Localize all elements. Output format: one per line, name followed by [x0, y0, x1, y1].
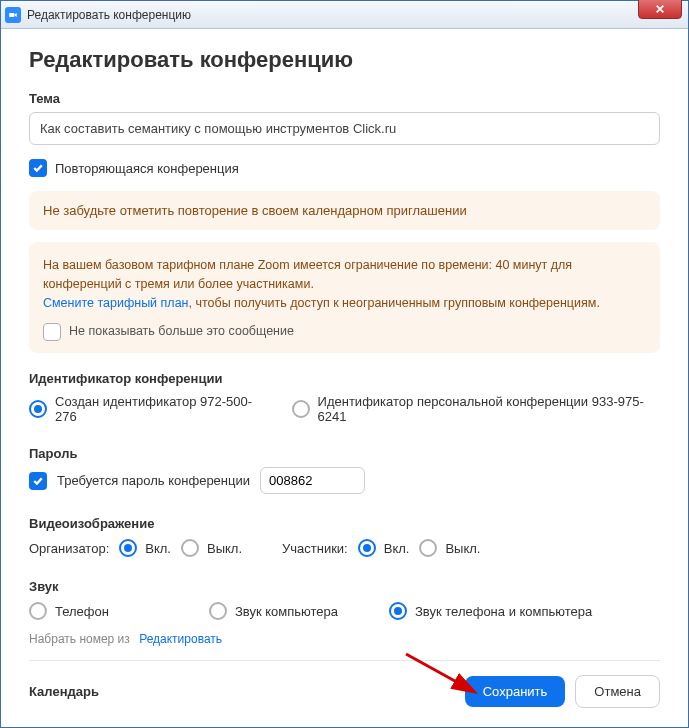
require-password-checkbox[interactable] [29, 472, 47, 490]
hide-message-checkbox[interactable] [43, 323, 61, 341]
plan-limit-text-2: , чтобы получить доступ к неограниченным… [188, 296, 599, 310]
audio-phone-label: Телефон [55, 604, 109, 619]
dial-edit-link[interactable]: Редактировать [139, 632, 222, 646]
zoom-app-icon [5, 7, 21, 23]
plan-limit-box: На вашем базовом тарифном плане Zoom име… [29, 242, 660, 353]
personal-id-label: Идентификатор персональной конференции 9… [318, 394, 660, 424]
calendar-label: Календарь [29, 684, 99, 699]
host-video-off-radio[interactable] [181, 539, 199, 557]
page-title: Редактировать конференцию [29, 47, 660, 73]
audio-phone-radio[interactable] [29, 602, 47, 620]
participant-video-off-radio[interactable] [419, 539, 437, 557]
calendar-warning-text: Не забудьте отметить повторение в своем … [43, 203, 467, 218]
calendar-warning: Не забудьте отметить повторение в своем … [29, 191, 660, 230]
meeting-id-label: Идентификатор конференции [29, 371, 660, 386]
audio-computer-label: Звук компьютера [235, 604, 338, 619]
video-host-label: Организатор: [29, 541, 109, 556]
titlebar: Редактировать конференцию [1, 1, 688, 29]
window-close-button[interactable] [638, 0, 682, 19]
topic-label: Тема [29, 91, 660, 106]
password-input[interactable] [260, 467, 365, 494]
audio-both-radio[interactable] [389, 602, 407, 620]
personal-id-radio[interactable] [292, 400, 310, 418]
password-section-label: Пароль [29, 446, 660, 461]
recurring-label: Повторяющаяся конференция [55, 161, 239, 176]
audio-both-label: Звук телефона и компьютера [415, 604, 592, 619]
require-password-label: Требуется пароль конференции [57, 473, 250, 488]
generated-id-label: Создан идентификатор 972-500-276 [55, 394, 266, 424]
footer: Календарь Сохранить Отмена [29, 660, 660, 708]
hide-message-label: Не показывать больше это сообщение [69, 322, 294, 341]
participant-video-on-label: Вкл. [384, 541, 410, 556]
save-button[interactable]: Сохранить [465, 676, 566, 707]
plan-limit-text-1: На вашем базовом тарифном плане Zoom име… [43, 258, 572, 291]
host-video-on-radio[interactable] [119, 539, 137, 557]
window: Редактировать конференцию Редактировать … [0, 0, 689, 728]
recurring-checkbox[interactable] [29, 159, 47, 177]
dial-from-label: Набрать номер из [29, 632, 130, 646]
participant-video-off-label: Выкл. [445, 541, 480, 556]
video-section-label: Видеоизображение [29, 516, 660, 531]
topic-input[interactable] [29, 112, 660, 145]
content: Редактировать конференцию Тема Повторяющ… [1, 29, 688, 727]
participant-video-on-radio[interactable] [358, 539, 376, 557]
audio-computer-radio[interactable] [209, 602, 227, 620]
host-video-on-label: Вкл. [145, 541, 171, 556]
host-video-off-label: Выкл. [207, 541, 242, 556]
video-participants-label: Участники: [282, 541, 348, 556]
cancel-button[interactable]: Отмена [575, 675, 660, 708]
generated-id-radio[interactable] [29, 400, 47, 418]
window-title: Редактировать конференцию [27, 8, 191, 22]
upgrade-plan-link[interactable]: Смените тарифный план [43, 296, 188, 310]
audio-section-label: Звук [29, 579, 660, 594]
